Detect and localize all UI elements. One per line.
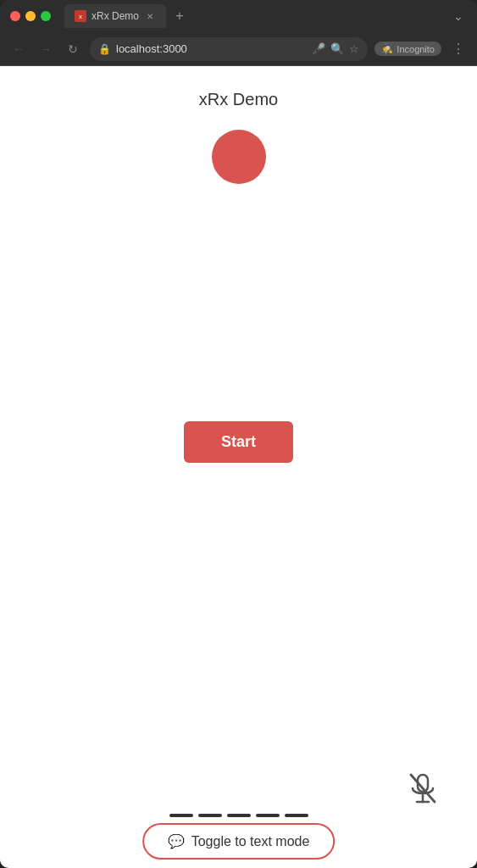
waveform-dash-5: [285, 814, 308, 817]
new-tab-button[interactable]: +: [169, 6, 190, 26]
forward-button[interactable]: →: [36, 39, 56, 59]
incognito-label: Incognito: [397, 44, 435, 54]
bottom-controls: [0, 814, 477, 817]
toggle-text-icon: 💬: [168, 833, 185, 849]
mic-icon[interactable]: 🎤: [312, 42, 325, 55]
waveform-dashes: [169, 814, 308, 817]
mic-muted-icon: [406, 770, 440, 807]
waveform-dash-2: [198, 814, 222, 817]
address-bar: ← → ↻ 🔒 localhost:3000 🎤 🔍 ☆ 🕵 Incognito…: [0, 32, 477, 66]
browser-window: x xRx Demo ✕ + ⌄ ← → ↻ 🔒 lo: [0, 0, 477, 868]
more-options-button[interactable]: ⋮: [448, 39, 469, 59]
tab-title: xRx Demo: [92, 10, 139, 22]
waveform-dash-1: [169, 814, 193, 817]
waveform-dash-4: [256, 814, 280, 817]
url-bar[interactable]: 🔒 localhost:3000 🎤 🔍 ☆: [90, 37, 368, 61]
page-content: xRx Demo Start: [0, 66, 477, 868]
tab-area: x xRx Demo ✕ +: [64, 4, 443, 28]
incognito-badge: 🕵 Incognito: [374, 42, 441, 56]
bookmark-icon[interactable]: ☆: [349, 42, 359, 55]
back-button[interactable]: ←: [8, 39, 29, 59]
browser-tab[interactable]: x xRx Demo ✕: [64, 4, 166, 28]
reload-button[interactable]: ↻: [63, 39, 83, 59]
waveform-dash-3: [227, 814, 251, 817]
search-icon[interactable]: 🔍: [330, 42, 344, 55]
tab-overflow-button[interactable]: ⌄: [450, 6, 467, 26]
mute-button[interactable]: [406, 770, 440, 810]
title-bar: x xRx Demo ✕ + ⌄: [0, 0, 477, 32]
toggle-text-label: Toggle to text mode: [191, 834, 310, 849]
lock-icon: 🔒: [98, 43, 111, 55]
url-text: localhost:3000: [116, 42, 307, 55]
start-button[interactable]: Start: [184, 421, 293, 463]
maximize-window-button[interactable]: [41, 11, 51, 21]
close-window-button[interactable]: [10, 11, 20, 21]
traffic-lights: [10, 11, 51, 21]
tab-favicon: x: [75, 10, 86, 22]
page-title: xRx Demo: [199, 90, 278, 109]
tab-close-button[interactable]: ✕: [144, 10, 156, 22]
incognito-icon: 🕵: [381, 43, 393, 54]
minimize-window-button[interactable]: [25, 11, 36, 21]
toggle-text-mode-button[interactable]: 💬 Toggle to text mode: [142, 823, 336, 860]
record-indicator: [212, 130, 266, 184]
